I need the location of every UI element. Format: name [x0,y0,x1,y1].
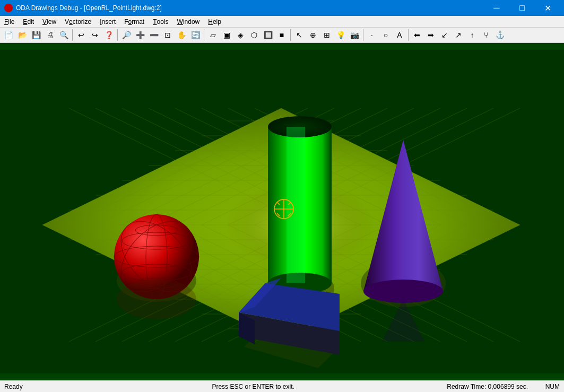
menu-help[interactable]: Help [204,16,225,27]
zoom-window-button[interactable]: ⊡ [161,29,174,41]
main-viewport[interactable] [0,43,564,380]
help-button[interactable]: ❓ [102,29,115,41]
menu-window[interactable]: Window [173,16,204,27]
redo-button[interactable]: ↪ [89,29,101,41]
title-controls[interactable]: ─ □ ✕ [484,0,560,16]
diagonal-left-button[interactable]: ↙ [438,29,451,41]
minimize-button[interactable]: ─ [484,0,509,16]
title-bar: ODA Drawings Debug - [OpenRL_PointLight.… [0,0,564,16]
status-time: Redraw Time: 0,006899 sec. [442,383,532,390]
maximize-button[interactable]: □ [510,0,534,16]
3d-view-button[interactable]: ▣ [220,29,233,41]
snap-button[interactable]: ⊕ [307,29,319,41]
sep1 [72,29,73,41]
status-ready: Ready [0,383,64,390]
zoom-all-button[interactable]: 🔎 [120,29,133,41]
grid-button[interactable]: ⊞ [320,29,333,41]
status-bar: Ready Press ESC or ENTER to exit. Redraw… [0,380,564,392]
point-button[interactable]: · [366,29,378,41]
diagonal-right-button[interactable]: ↗ [452,29,465,41]
sep5 [363,29,363,41]
text-button[interactable]: A [393,29,406,41]
sep2 [117,29,118,41]
back-button[interactable]: ⬅ [411,29,423,41]
menu-tools[interactable]: Tools [149,16,172,27]
close-button[interactable]: ✕ [535,0,560,16]
orbit-button[interactable]: 🔄 [189,29,202,41]
menu-edit[interactable]: Edit [19,16,38,27]
sep6 [408,29,409,41]
menu-format[interactable]: Format [120,16,149,27]
select-button[interactable]: ↖ [293,29,306,41]
shaded-button[interactable]: ■ [275,29,288,41]
status-message: Press ESC or ENTER to exit. [64,383,442,390]
svg-rect-73 [287,127,305,283]
toolbar-1: 📄 📂 💾 🖨 🔍 ↩ ↪ ❓ 🔎 ➕ ➖ ⊡ ✋ 🔄 ▱ ▣ ◈ ⬡ 🔲 ■ … [0,28,564,43]
zoom-in-button[interactable]: ➕ [134,29,146,41]
3d-scene [0,43,564,380]
2d-view-button[interactable]: ▱ [206,29,219,41]
title-text: ODA Drawings Debug - [OpenRL_PointLight.… [16,4,162,12]
status-num-lock: NUM [532,383,564,390]
render-button[interactable]: ◈ [234,29,247,41]
camera-button[interactable]: 📷 [348,29,361,41]
menu-view[interactable]: View [38,16,60,27]
pan-button[interactable]: ✋ [175,29,188,41]
save-button[interactable]: 💾 [30,29,42,41]
app-icon [4,4,13,12]
svg-point-88 [117,279,196,319]
print-button[interactable]: 🖨 [44,29,56,41]
wireframe-button[interactable]: 🔲 [262,29,274,41]
sep3 [204,29,204,41]
menu-bar: File Edit View Vectorize Insert Format T… [0,16,564,28]
title-bar-left: ODA Drawings Debug - [OpenRL_PointLight.… [4,4,162,12]
zoom-out-button[interactable]: ➖ [147,29,160,41]
menu-insert[interactable]: Insert [96,16,120,27]
up-button[interactable]: ↑ [466,29,479,41]
sep4 [290,29,291,41]
new-button[interactable]: 📄 [2,29,15,41]
forward-button[interactable]: ➡ [424,29,437,41]
undo-button[interactable]: ↩ [75,29,88,41]
open-button[interactable]: 📂 [16,29,29,41]
circle-button[interactable]: ○ [379,29,392,41]
fork-button[interactable]: ⑂ [480,29,492,41]
light-button[interactable]: 💡 [334,29,347,41]
print-preview-button[interactable]: 🔍 [57,29,70,41]
anchor-button[interactable]: ⚓ [493,29,506,41]
menu-file[interactable]: File [0,16,19,27]
model-button[interactable]: ⬡ [248,29,261,41]
menu-vectorize[interactable]: Vectorize [60,16,96,27]
